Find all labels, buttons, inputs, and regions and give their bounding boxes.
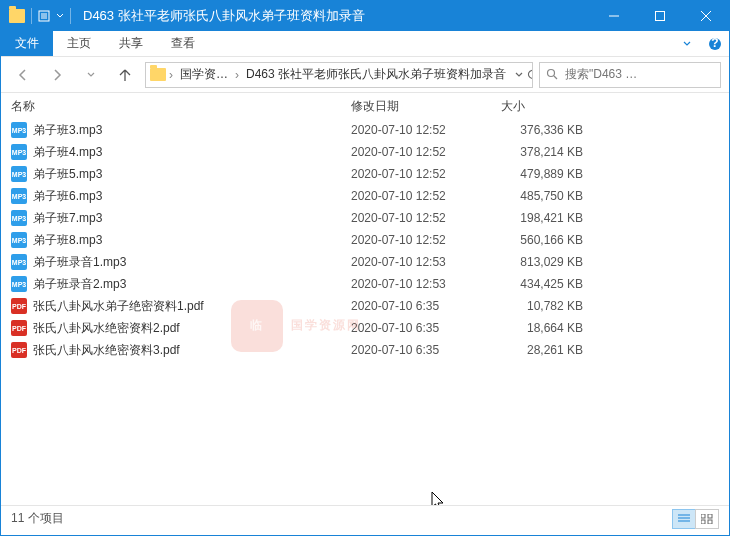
file-name: 弟子班6.mp3 (33, 188, 102, 205)
file-name: 张氏八卦风水绝密资料3.pdf (33, 342, 180, 359)
help-button[interactable]: ? (701, 31, 729, 56)
maximize-button[interactable] (637, 1, 683, 31)
forward-button[interactable] (43, 62, 71, 88)
file-date: 2020-07-10 12:52 (341, 233, 491, 247)
file-name-cell: MP3弟子班录音2.mp3 (1, 276, 341, 293)
mp3-icon: MP3 (11, 254, 27, 270)
file-size: 18,664 KB (491, 321, 611, 335)
file-size: 28,261 KB (491, 343, 611, 357)
breadcrumb-item[interactable]: 国学资… (176, 64, 232, 85)
recent-locations-button[interactable] (77, 62, 105, 88)
divider (70, 8, 71, 24)
svg-rect-18 (708, 520, 712, 524)
properties-icon[interactable] (38, 10, 50, 22)
file-row[interactable]: MP3弟子班8.mp32020-07-10 12:52560,166 KB (1, 229, 729, 251)
file-name-cell: PDF张氏八卦风水绝密资料2.pdf (1, 320, 341, 337)
details-view-button[interactable] (672, 509, 696, 529)
file-size: 198,421 KB (491, 211, 611, 225)
refresh-button[interactable] (526, 63, 533, 87)
file-name-cell: PDF张氏八卦风水弟子绝密资料1.pdf (1, 298, 341, 315)
quick-access-toolbar (1, 8, 79, 24)
icons-view-button[interactable] (695, 509, 719, 529)
file-size: 434,425 KB (491, 277, 611, 291)
window-title: D463 张社平老师张氏八卦风水弟子班资料加录音 (79, 7, 591, 25)
file-date: 2020-07-10 12:52 (341, 123, 491, 137)
mp3-icon: MP3 (11, 276, 27, 292)
file-name: 张氏八卦风水绝密资料2.pdf (33, 320, 180, 337)
file-size: 10,782 KB (491, 299, 611, 313)
tab-view[interactable]: 查看 (157, 31, 209, 56)
file-row[interactable]: PDF张氏八卦风水绝密资料2.pdf2020-07-10 6:3518,664 … (1, 317, 729, 339)
file-row[interactable]: PDF张氏八卦风水绝密资料3.pdf2020-07-10 6:3528,261 … (1, 339, 729, 361)
pdf-icon: PDF (11, 298, 27, 314)
svg-rect-15 (701, 514, 705, 518)
search-placeholder: 搜索"D463 … (565, 66, 637, 83)
ribbon-collapse-button[interactable] (673, 31, 701, 56)
file-row[interactable]: MP3弟子班5.mp32020-07-10 12:52479,889 KB (1, 163, 729, 185)
navigation-row: › 国学资… › D463 张社平老师张氏八卦风水弟子班资料加录音 搜索"D46… (1, 57, 729, 93)
file-row[interactable]: MP3弟子班4.mp32020-07-10 12:52378,214 KB (1, 141, 729, 163)
file-size: 376,336 KB (491, 123, 611, 137)
breadcrumb-item[interactable]: D463 张社平老师张氏八卦风水弟子班资料加录音 (242, 64, 510, 85)
svg-rect-17 (701, 520, 705, 524)
search-input[interactable]: 搜索"D463 … (539, 62, 721, 88)
file-name: 弟子班5.mp3 (33, 166, 102, 183)
mp3-icon: MP3 (11, 188, 27, 204)
file-date: 2020-07-10 12:53 (341, 255, 491, 269)
minimize-button[interactable] (591, 1, 637, 31)
file-name-cell: MP3弟子班5.mp3 (1, 166, 341, 183)
column-header-name[interactable]: 名称 (1, 94, 341, 119)
address-dropdown-button[interactable] (514, 63, 524, 87)
chevron-right-icon[interactable]: › (168, 68, 174, 82)
file-row[interactable]: MP3弟子班3.mp32020-07-10 12:52376,336 KB (1, 119, 729, 141)
file-size: 485,750 KB (491, 189, 611, 203)
file-date: 2020-07-10 12:52 (341, 189, 491, 203)
column-header-date[interactable]: 修改日期 (341, 94, 491, 119)
file-row[interactable]: MP3弟子班6.mp32020-07-10 12:52485,750 KB (1, 185, 729, 207)
address-bar[interactable]: › 国学资… › D463 张社平老师张氏八卦风水弟子班资料加录音 (145, 62, 533, 88)
mp3-icon: MP3 (11, 122, 27, 138)
file-name: 弟子班3.mp3 (33, 122, 102, 139)
file-row[interactable]: MP3弟子班7.mp32020-07-10 12:52198,421 KB (1, 207, 729, 229)
chevron-right-icon[interactable]: › (234, 68, 240, 82)
file-name-cell: PDF张氏八卦风水绝密资料3.pdf (1, 342, 341, 359)
back-button[interactable] (9, 62, 37, 88)
item-count: 11 个项目 (11, 510, 64, 527)
column-headers: 名称 修改日期 大小 (1, 93, 729, 119)
file-size: 378,214 KB (491, 145, 611, 159)
column-header-size[interactable]: 大小 (491, 94, 611, 119)
file-list[interactable]: 名称 修改日期 大小 MP3弟子班3.mp32020-07-10 12:5237… (1, 93, 729, 505)
file-name: 弟子班录音1.mp3 (33, 254, 126, 271)
status-bar: 11 个项目 (1, 505, 729, 531)
file-size: 560,166 KB (491, 233, 611, 247)
mp3-icon: MP3 (11, 166, 27, 182)
file-name-cell: MP3弟子班3.mp3 (1, 122, 341, 139)
file-name: 弟子班8.mp3 (33, 232, 102, 249)
file-name-cell: MP3弟子班8.mp3 (1, 232, 341, 249)
tab-home[interactable]: 主页 (53, 31, 105, 56)
file-date: 2020-07-10 12:52 (341, 145, 491, 159)
file-name-cell: MP3弟子班4.mp3 (1, 144, 341, 161)
up-button[interactable] (111, 62, 139, 88)
close-button[interactable] (683, 1, 729, 31)
svg-rect-16 (708, 514, 712, 518)
tab-file[interactable]: 文件 (1, 31, 53, 56)
file-date: 2020-07-10 12:52 (341, 167, 491, 181)
file-date: 2020-07-10 6:35 (341, 321, 491, 335)
file-size: 813,029 KB (491, 255, 611, 269)
file-name: 弟子班4.mp3 (33, 144, 102, 161)
pdf-icon: PDF (11, 342, 27, 358)
file-row[interactable]: MP3弟子班录音2.mp32020-07-10 12:53434,425 KB (1, 273, 729, 295)
content-area: 名称 修改日期 大小 MP3弟子班3.mp32020-07-10 12:5237… (1, 93, 729, 505)
mp3-icon: MP3 (11, 232, 27, 248)
divider (31, 8, 32, 24)
file-row[interactable]: PDF张氏八卦风水弟子绝密资料1.pdf2020-07-10 6:3510,78… (1, 295, 729, 317)
chevron-down-icon[interactable] (56, 12, 64, 20)
svg-rect-5 (656, 12, 665, 21)
file-row[interactable]: MP3弟子班录音1.mp32020-07-10 12:53813,029 KB (1, 251, 729, 273)
ribbon-tabs: 文件 主页 共享 查看 ? (1, 31, 729, 57)
tab-share[interactable]: 共享 (105, 31, 157, 56)
file-name: 弟子班7.mp3 (33, 210, 102, 227)
file-date: 2020-07-10 6:35 (341, 299, 491, 313)
file-date: 2020-07-10 12:53 (341, 277, 491, 291)
